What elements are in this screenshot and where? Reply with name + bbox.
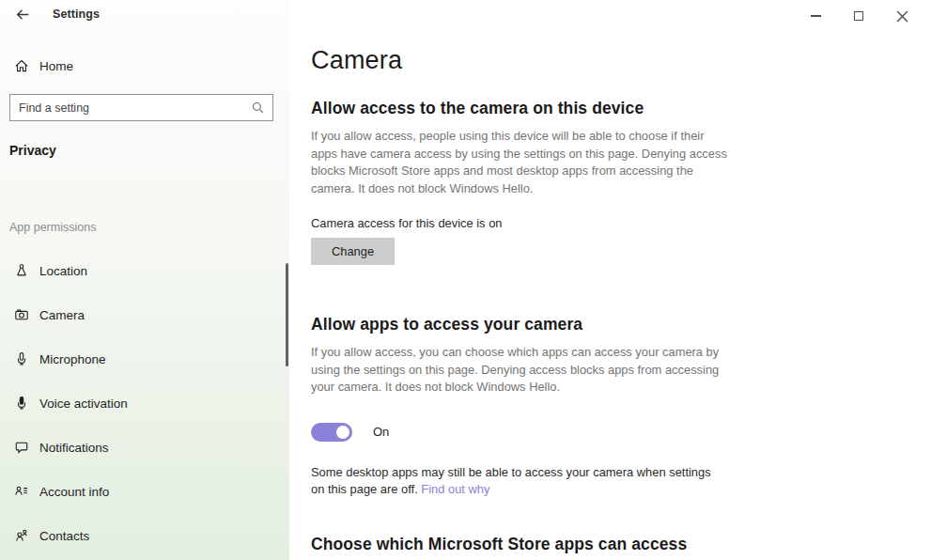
search-icon[interactable] bbox=[251, 101, 265, 115]
sidebar-item-label: Home bbox=[39, 59, 73, 73]
minimize-button[interactable] bbox=[794, 6, 837, 26]
back-button[interactable] bbox=[13, 5, 32, 23]
sidebar-item-contacts[interactable]: Contacts bbox=[13, 524, 89, 547]
window-controls bbox=[794, 6, 923, 26]
sidebar-item-label: Location bbox=[39, 264, 87, 278]
section-heading: Choose which Microsoft Store apps can ac… bbox=[311, 534, 931, 554]
sidebar-item-label: Microphone bbox=[39, 352, 106, 366]
sidebar-group-label: App permissions bbox=[9, 221, 96, 234]
sidebar-item-label: Camera bbox=[39, 308, 85, 322]
close-button[interactable] bbox=[880, 6, 923, 26]
section-device-access: Allow access to the camera on this devic… bbox=[311, 98, 931, 265]
notifications-icon bbox=[13, 440, 29, 456]
app-title: Settings bbox=[53, 8, 100, 21]
section-app-access: Allow apps to access your camera If you … bbox=[311, 314, 931, 499]
sidebar-item-label: Voice activation bbox=[39, 397, 128, 411]
search-input[interactable] bbox=[10, 101, 251, 115]
microphone-icon bbox=[13, 351, 29, 367]
sidebar-section-title: Privacy bbox=[9, 143, 56, 158]
device-access-status: Camera access for this device is on bbox=[311, 216, 931, 230]
sidebar-item-label: Contacts bbox=[39, 529, 89, 543]
back-arrow-icon bbox=[15, 7, 31, 23]
sidebar-item-label: Account info bbox=[39, 485, 109, 499]
search-box bbox=[9, 94, 273, 121]
sidebar-item-voice-activation[interactable]: Voice activation bbox=[13, 392, 128, 414]
page-title: Camera bbox=[311, 45, 931, 75]
camera-icon bbox=[13, 307, 29, 323]
section-store-apps: Choose which Microsoft Store apps can ac… bbox=[311, 534, 931, 554]
sidebar: Settings Home Privacy App permissions bbox=[0, 0, 289, 560]
note-text: Some desktop apps may still be able to a… bbox=[311, 465, 711, 497]
contacts-icon bbox=[13, 528, 29, 544]
location-icon bbox=[13, 263, 29, 279]
change-button[interactable]: Change bbox=[311, 238, 395, 265]
sidebar-item-microphone[interactable]: Microphone bbox=[13, 348, 106, 370]
sidebar-scrollbar[interactable] bbox=[286, 263, 288, 366]
sidebar-header: Settings bbox=[13, 5, 100, 23]
home-icon bbox=[13, 58, 29, 74]
sidebar-item-camera[interactable]: Camera bbox=[13, 303, 85, 326]
section-body: If you allow access, people using this d… bbox=[311, 128, 727, 197]
voice-activation-icon bbox=[13, 396, 29, 412]
account-info-icon bbox=[13, 484, 29, 500]
toggle-knob bbox=[336, 426, 349, 439]
desktop-apps-note: Some desktop apps may still be able to a… bbox=[311, 464, 717, 499]
camera-access-toggle[interactable] bbox=[311, 423, 352, 442]
maximize-button[interactable] bbox=[837, 6, 880, 26]
sidebar-item-label: Notifications bbox=[39, 441, 109, 455]
sidebar-item-notifications[interactable]: Notifications bbox=[13, 436, 109, 459]
sidebar-item-account-info[interactable]: Account info bbox=[13, 480, 109, 503]
sidebar-item-home[interactable]: Home bbox=[13, 54, 73, 77]
section-heading: Allow access to the camera on this devic… bbox=[311, 98, 931, 118]
settings-window: Settings Home Privacy App permissions bbox=[0, 0, 931, 560]
toggle-state-label: On bbox=[373, 425, 389, 439]
main-content: Camera Allow access to the camera on thi… bbox=[289, 0, 931, 560]
section-body: If you allow access, you can choose whic… bbox=[311, 344, 727, 397]
sidebar-item-location[interactable]: Location bbox=[13, 259, 87, 282]
camera-access-toggle-row: On bbox=[311, 423, 931, 442]
find-out-why-link[interactable]: Find out why bbox=[421, 482, 489, 496]
section-heading: Allow apps to access your camera bbox=[311, 314, 931, 334]
